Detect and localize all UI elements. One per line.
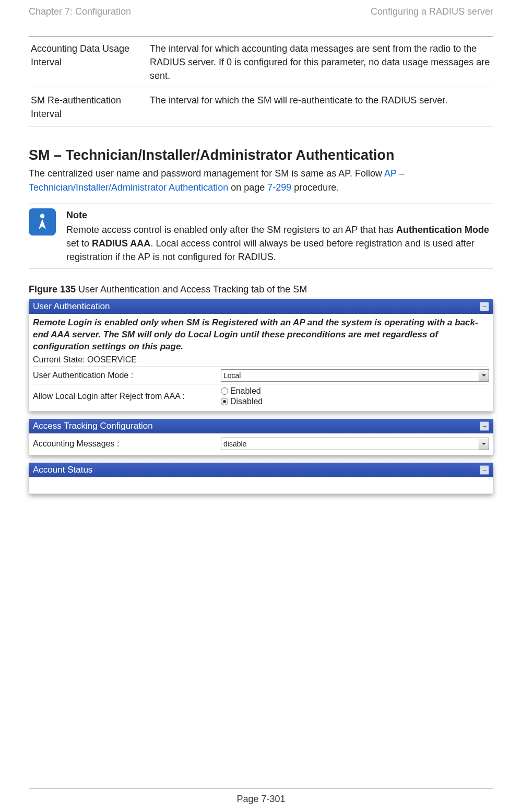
panel-header[interactable]: Account Status − [29,463,493,477]
figure-number: Figure 135 [29,284,76,295]
collapse-icon[interactable]: − [480,421,489,431]
para-text: on page [228,182,267,193]
panel-user-authentication: User Authentication − Remote Login is en… [29,299,493,411]
collapse-icon[interactable]: − [480,302,489,311]
row-auth-mode: User Authentication Mode : Local [33,367,489,384]
note-title: Note [66,208,493,222]
radio-icon[interactable] [221,387,228,395]
state-label: Current State: [33,355,87,364]
radio-enabled[interactable]: Enabled [221,386,489,396]
radio-label: Enabled [230,386,261,396]
note-bold: Authentication Mode [396,225,489,235]
figure-text: User Authentication and Access Tracking … [76,284,307,295]
field-label: User Authentication Mode : [33,371,221,380]
param-desc: The interval for which accounting data m… [148,37,493,88]
chevron-down-icon[interactable] [479,370,489,381]
note-text: Remote access control is enabled only af… [66,225,396,235]
state-value: OOSERVICE [87,355,137,364]
section-heading: SM – Technician/Installer/Administrator … [29,147,493,163]
row-accounting-messages: Accounting Messages : disable [33,436,489,452]
figure-caption: Figure 135 User Authentication and Acces… [29,284,493,295]
chevron-down-icon[interactable] [479,438,489,450]
svg-point-0 [40,214,45,218]
note-bold: RADIUS AAA [92,238,150,249]
panel-body-empty [29,477,493,494]
para-text: The centralized user name and password m… [29,168,384,179]
auth-mode-dropdown[interactable]: Local [221,369,489,382]
header-chapter: Chapter 7: Configuration [29,6,131,17]
page-header: Chapter 7: Configuration Configuring a R… [29,6,493,17]
table-row: Accounting Data Usage Interval The inter… [29,37,493,88]
dropdown-value: disable [223,440,246,448]
note-icon [29,208,56,236]
field-label: Accounting Messages : [33,439,221,449]
header-topic: Configuring a RADIUS server [371,6,493,17]
table-row: SM Re-authentication Interval The interv… [29,88,493,126]
panel-title: Account Status [33,465,92,475]
embedded-screenshot: User Authentication − Remote Login is en… [29,299,493,494]
note-body: Remote access control is enabled only af… [66,223,493,264]
panel-header[interactable]: User Authentication − [29,299,493,314]
page-reference-link[interactable]: 7-299 [267,182,291,193]
panel-header[interactable]: Access Tracking Configuration − [29,419,493,433]
collapse-icon[interactable]: − [480,465,489,475]
current-state-line: Current State: OOSERVICE [33,355,489,367]
param-desc: The interval for which the SM will re-au… [148,88,493,126]
panel-title: Access Tracking Configuration [33,421,153,431]
section-paragraph: The centralized user name and password m… [29,167,493,194]
radio-icon[interactable] [221,398,228,405]
panel-access-tracking: Access Tracking Configuration − Accounti… [29,419,493,455]
param-name: SM Re-authentication Interval [29,88,148,126]
panel-info-text: Remote Login is enabled only when SM is … [33,317,489,353]
panel-account-status: Account Status − [29,463,493,494]
param-name: Accounting Data Usage Interval [29,37,148,88]
row-allow-local: Allow Local Login after Reject from AAA … [33,384,489,408]
para-text: procedure. [291,182,339,193]
page-number: Page 7-301 [236,794,285,804]
page-footer: Page 7-301 [0,788,522,805]
note-block: Note Remote access control is enabled on… [29,204,493,268]
field-label: Allow Local Login after Reject from AAA … [33,392,221,401]
parameters-table: Accounting Data Usage Interval The inter… [29,36,493,126]
panel-title: User Authentication [33,301,110,312]
radio-disabled[interactable]: Disabled [221,397,489,406]
dropdown-value: Local [223,371,241,380]
radio-label: Disabled [230,397,263,406]
note-text: set to [66,238,92,249]
accounting-messages-dropdown[interactable]: disable [221,438,489,450]
